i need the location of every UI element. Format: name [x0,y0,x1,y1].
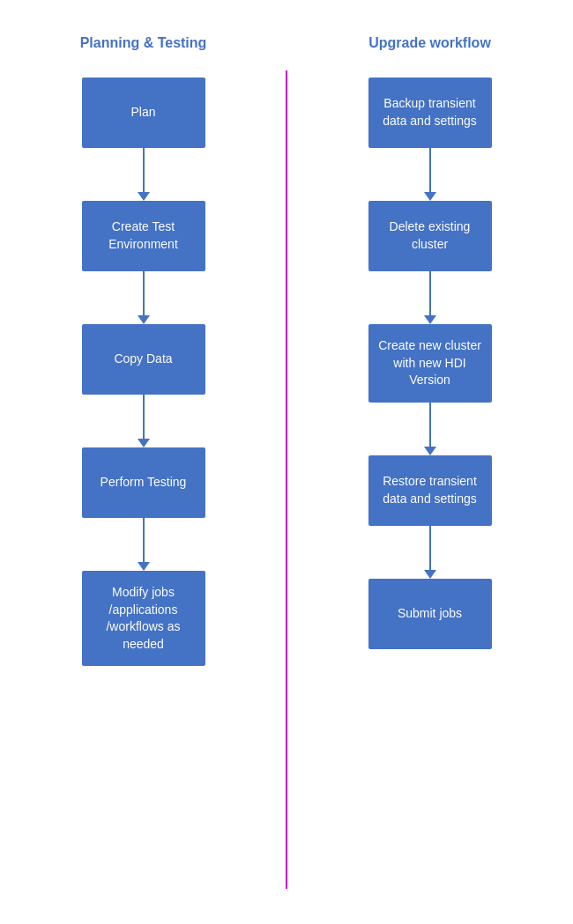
box-copy-data: Copy Data [82,324,205,395]
arrow-2-left [138,271,150,324]
left-column: Plan Create Test Environment Copy Data [0,78,286,666]
arrow-line [429,148,431,192]
box-restore-transient: Restore transient data and settings [368,455,492,526]
arrow-4-left [138,518,150,571]
arrow-1-right [424,148,436,201]
arrow-line [429,403,431,447]
arrow-3-right [424,403,436,455]
arrow-head [424,315,436,324]
arrow-head [138,562,150,571]
box-perform-testing: Perform Testing [82,447,205,518]
arrow-1-left [138,148,150,201]
box-submit-jobs: Submit jobs [368,579,492,649]
box-plan: Plan [82,78,205,148]
arrow-head [138,439,150,447]
workflow-columns: Plan Create Test Environment Copy Data [0,78,573,666]
right-column: Backup transient data and settings Delet… [286,78,573,666]
arrow-line [143,271,145,315]
arrow-head [138,315,150,324]
arrow-line [429,271,431,315]
arrow-line [143,395,145,439]
page-container: Planning & Testing Upgrade workflow Plan… [0,0,573,924]
arrow-head [424,192,436,201]
arrow-line [429,526,431,570]
arrow-head [138,192,150,201]
arrow-line [143,148,145,192]
arrow-2-right [424,271,436,324]
box-modify-jobs: Modify jobs /applications /workflows as … [82,571,205,666]
arrow-3-left [138,395,150,447]
left-header: Planning & Testing [0,35,286,51]
box-create-new-cluster: Create new cluster with new HDI Version [368,324,492,403]
column-headers: Planning & Testing Upgrade workflow [0,35,573,51]
box-delete-cluster: Delete existing cluster [368,201,492,271]
arrow-4-right [424,526,436,579]
box-backup-transient: Backup transient data and settings [368,78,492,148]
arrow-head [424,447,436,455]
arrow-head [424,570,436,579]
box-create-test-env: Create Test Environment [82,201,205,271]
right-header: Upgrade workflow [286,35,573,51]
arrow-line [143,518,145,562]
